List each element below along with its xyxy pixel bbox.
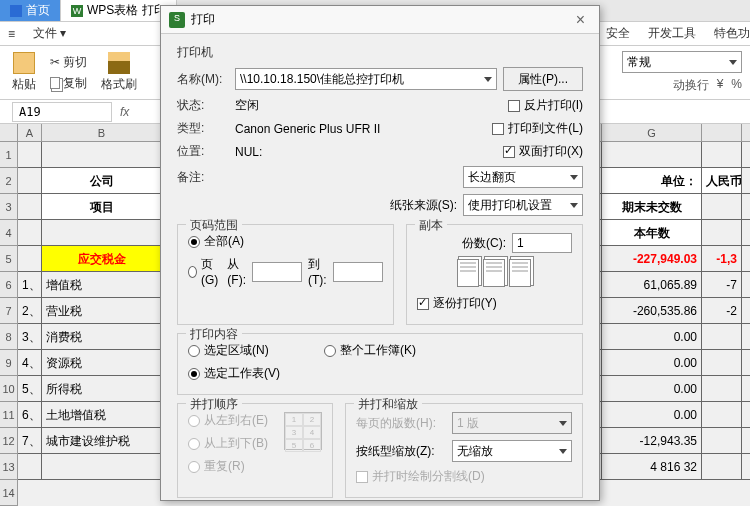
cell[interactable] xyxy=(42,142,162,167)
row-header[interactable]: 2 xyxy=(0,168,18,194)
cell[interactable]: 0.00 xyxy=(602,324,702,349)
cell[interactable] xyxy=(18,246,42,271)
row-header[interactable]: 9 xyxy=(0,350,18,376)
cell[interactable] xyxy=(602,142,702,167)
scale-to-paper-combo[interactable]: 无缩放 xyxy=(452,440,572,462)
percent-format[interactable]: % xyxy=(731,77,742,94)
cell[interactable]: 0.00 xyxy=(602,376,702,401)
cell[interactable]: 本年数 xyxy=(602,220,702,245)
cell[interactable] xyxy=(18,220,42,245)
cell[interactable]: -12,943.35 xyxy=(602,428,702,453)
cell[interactable]: 人民币 xyxy=(702,168,742,193)
row-header[interactable]: 4 xyxy=(0,220,18,246)
cell[interactable]: 应交税金 xyxy=(42,246,162,271)
row-header[interactable]: 11 xyxy=(0,402,18,428)
currency-format[interactable]: ¥ xyxy=(717,77,724,94)
cell[interactable]: 土地增值税 xyxy=(42,402,162,427)
cell[interactable]: 所得税 xyxy=(42,376,162,401)
cell[interactable]: 资源税 xyxy=(42,350,162,375)
cell[interactable] xyxy=(702,428,742,453)
cell[interactable] xyxy=(702,220,742,245)
cell[interactable]: -2 xyxy=(702,298,742,323)
ribbon-tab-dev[interactable]: 开发工具 xyxy=(648,25,696,42)
cell[interactable]: 6、 xyxy=(18,402,42,427)
row-header[interactable]: 6 xyxy=(0,272,18,298)
cut-button[interactable]: ✂剪切 xyxy=(50,54,87,71)
row-header[interactable]: 10 xyxy=(0,376,18,402)
col-header[interactable]: G xyxy=(602,124,702,141)
cell[interactable] xyxy=(702,324,742,349)
cell[interactable]: 4、 xyxy=(18,350,42,375)
paste-button[interactable]: 粘贴 xyxy=(8,50,40,95)
tab-home[interactable]: 首页 xyxy=(0,0,61,21)
cell[interactable]: 4 816 32 xyxy=(602,454,702,479)
cell[interactable] xyxy=(18,454,42,479)
selection-radio[interactable]: 选定区域(N) xyxy=(188,342,318,359)
close-button[interactable]: × xyxy=(570,11,591,29)
cell[interactable] xyxy=(702,350,742,375)
cell[interactable]: 项目 xyxy=(42,194,162,219)
cell[interactable]: -1,3 xyxy=(702,246,742,271)
cell[interactable]: -260,535.86 xyxy=(602,298,702,323)
cell[interactable]: -227,949.03 xyxy=(602,246,702,271)
copy-button[interactable]: 复制 xyxy=(50,75,87,92)
print-to-file-checkbox[interactable]: 打印到文件(L) xyxy=(492,120,583,137)
cell[interactable]: 1、 xyxy=(18,272,42,297)
workbook-radio[interactable]: 整个工作簿(K) xyxy=(324,342,416,359)
cell[interactable] xyxy=(42,220,162,245)
cell[interactable]: 7、 xyxy=(18,428,42,453)
row-header[interactable]: 3 xyxy=(0,194,18,220)
cell[interactable] xyxy=(42,454,162,479)
name-box[interactable] xyxy=(12,102,112,122)
ribbon-tab-special[interactable]: 特色功 xyxy=(714,25,750,42)
cell[interactable] xyxy=(18,168,42,193)
col-header[interactable]: B xyxy=(42,124,162,141)
duplex-checkbox[interactable]: 双面打印(X) xyxy=(503,143,583,160)
row-header[interactable]: 12 xyxy=(0,428,18,454)
file-menu[interactable]: 文件 ▾ xyxy=(33,25,66,42)
printer-name-combo[interactable]: \\10.10.18.150\佳能总控打印机 xyxy=(235,68,497,90)
cell[interactable]: 61,065.89 xyxy=(602,272,702,297)
from-page-input[interactable] xyxy=(252,262,302,282)
row-header[interactable]: 13 xyxy=(0,454,18,480)
cell[interactable] xyxy=(702,194,742,219)
wrap-text[interactable]: 动换行 xyxy=(673,77,709,94)
range-all-radio[interactable]: 全部(A) xyxy=(188,233,244,250)
cell[interactable]: 增值税 xyxy=(42,272,162,297)
cell[interactable] xyxy=(702,376,742,401)
duplex-flip-combo[interactable]: 长边翻页 xyxy=(463,166,583,188)
cell[interactable]: 消费税 xyxy=(42,324,162,349)
format-painter-button[interactable]: 格式刷 xyxy=(97,50,141,95)
menu-toggle[interactable]: ≡ xyxy=(8,27,15,41)
cell[interactable] xyxy=(702,142,742,167)
cell[interactable] xyxy=(18,194,42,219)
worksheet-radio[interactable]: 选定工作表(V) xyxy=(188,365,280,382)
cell[interactable]: 营业税 xyxy=(42,298,162,323)
range-pages-radio[interactable]: 页(G) xyxy=(188,256,221,287)
copies-spinner[interactable]: 1 xyxy=(512,233,572,253)
row-header[interactable]: 1 xyxy=(0,142,18,168)
fx-icon[interactable]: fx xyxy=(120,105,129,119)
cell[interactable] xyxy=(702,402,742,427)
cell[interactable]: 5、 xyxy=(18,376,42,401)
cell[interactable]: 城市建设维护税 xyxy=(42,428,162,453)
row-header[interactable]: 14 xyxy=(0,480,18,506)
paper-source-combo[interactable]: 使用打印机设置 xyxy=(463,194,583,216)
row-header[interactable]: 8 xyxy=(0,324,18,350)
to-page-input[interactable] xyxy=(333,262,383,282)
cell[interactable] xyxy=(702,454,742,479)
ribbon-tab-security[interactable]: 安全 xyxy=(606,25,630,42)
cell[interactable]: 公司 xyxy=(42,168,162,193)
cell[interactable]: 期末未交数 xyxy=(602,194,702,219)
cell[interactable] xyxy=(18,142,42,167)
cell[interactable]: 0.00 xyxy=(602,402,702,427)
cell[interactable]: 3、 xyxy=(18,324,42,349)
cell[interactable]: -7 xyxy=(702,272,742,297)
reverse-print-checkbox[interactable]: 反片打印(I) xyxy=(508,97,583,114)
number-format-combo[interactable]: 常规 xyxy=(622,51,742,73)
properties-button[interactable]: 属性(P)... xyxy=(503,67,583,91)
row-header[interactable]: 5 xyxy=(0,246,18,272)
cell[interactable]: 单位： xyxy=(602,168,702,193)
collate-checkbox[interactable]: 逐份打印(Y) xyxy=(417,295,497,312)
col-header[interactable]: A xyxy=(18,124,42,141)
